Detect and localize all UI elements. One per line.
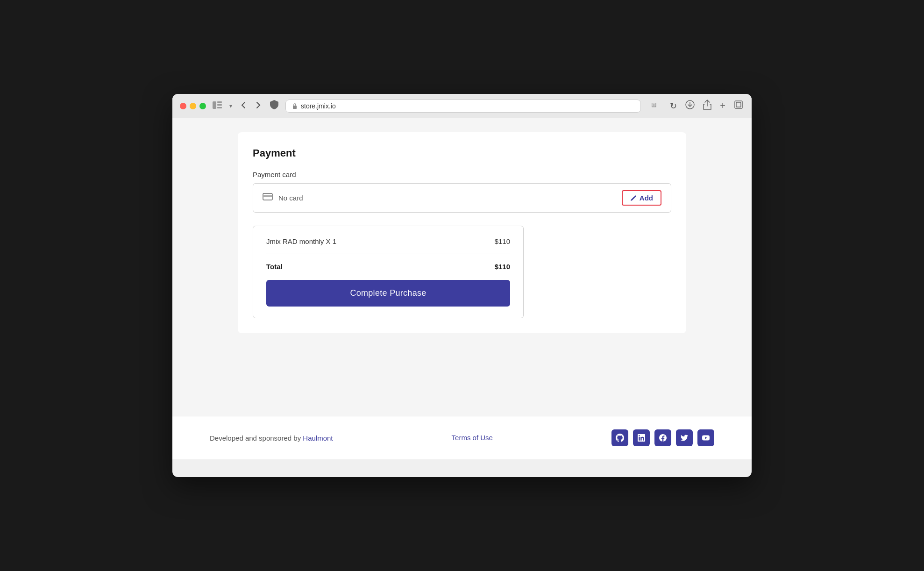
sidebar-toggle-button[interactable] <box>212 100 223 111</box>
svg-rect-1 <box>217 101 222 103</box>
order-item-row: Jmix RAD monthly X 1 $110 <box>266 237 510 254</box>
forward-icon <box>256 101 261 109</box>
sidebar-icon <box>213 101 222 109</box>
close-traffic-light[interactable] <box>180 103 186 109</box>
shield-icon <box>270 100 279 110</box>
footer-attribution: Developed and sponsored by Haulmont <box>210 434 333 442</box>
haulmont-link[interactable]: Haulmont <box>303 434 333 442</box>
forward-button[interactable] <box>254 100 263 112</box>
download-icon <box>685 100 695 109</box>
translate-icon: ⊞ <box>651 100 661 109</box>
svg-rect-4 <box>293 106 297 109</box>
back-icon <box>241 101 246 109</box>
order-item-price: $110 <box>495 237 510 245</box>
svg-text:⊞: ⊞ <box>651 101 657 108</box>
url-text: store.jmix.io <box>301 102 336 110</box>
no-card-text: No card <box>278 194 303 202</box>
add-card-button[interactable]: Add <box>622 190 661 206</box>
github-social-button[interactable] <box>611 429 628 446</box>
facebook-social-button[interactable] <box>654 429 671 446</box>
browser-window: ▾ <box>172 94 752 477</box>
terms-of-use-link[interactable]: Terms of Use <box>452 434 493 442</box>
tabs-overview-button[interactable] <box>733 99 744 113</box>
address-bar[interactable]: store.jmix.io <box>285 100 641 113</box>
footer: Developed and sponsored by Haulmont Term… <box>172 416 752 459</box>
new-tab-button[interactable]: + <box>719 100 726 112</box>
order-divider <box>266 254 510 254</box>
order-item-name: Jmix RAD monthly X 1 <box>266 237 336 245</box>
order-total-row: Total $110 <box>266 263 510 271</box>
youtube-icon <box>702 434 710 442</box>
traffic-lights <box>180 103 206 109</box>
payment-card-field: No card Add <box>253 183 671 213</box>
main-content: Payment Payment card No card <box>172 118 752 416</box>
back-button[interactable] <box>239 100 248 112</box>
edit-icon <box>630 195 637 201</box>
svg-rect-3 <box>217 107 222 108</box>
minimize-traffic-light[interactable] <box>190 103 196 109</box>
card-svg <box>263 193 273 200</box>
linkedin-icon <box>638 434 645 442</box>
footer-social <box>611 429 714 446</box>
page-content: Payment Payment card No card <box>172 118 752 459</box>
linkedin-social-button[interactable] <box>633 429 650 446</box>
share-icon <box>703 100 711 110</box>
total-price: $110 <box>495 263 510 271</box>
payment-card: Payment Payment card No card <box>238 132 686 333</box>
card-info: No card <box>263 193 303 203</box>
github-icon <box>616 434 624 442</box>
browser-top-bar: ▾ <box>180 99 744 118</box>
payment-card-label: Payment card <box>253 171 671 178</box>
browser-chrome: ▾ <box>172 94 752 118</box>
tabs-icon <box>734 100 743 109</box>
twitter-social-button[interactable] <box>676 429 693 446</box>
youtube-social-button[interactable] <box>697 429 714 446</box>
maximize-traffic-light[interactable] <box>199 103 206 109</box>
section-title: Payment <box>253 147 671 159</box>
shield-button[interactable] <box>269 99 280 113</box>
svg-rect-8 <box>736 102 741 107</box>
complete-purchase-button[interactable]: Complete Purchase <box>266 280 510 307</box>
footer-terms: Terms of Use <box>452 434 493 442</box>
browser-actions: ⊞ ↻ + <box>650 99 744 113</box>
svg-rect-0 <box>213 101 216 109</box>
credit-card-icon <box>263 193 273 203</box>
svg-rect-2 <box>217 104 222 106</box>
share-button[interactable] <box>702 99 712 113</box>
translate-button[interactable]: ⊞ <box>650 100 662 112</box>
dropdown-toggle-button[interactable]: ▾ <box>228 102 233 110</box>
add-button-label: Add <box>640 194 653 202</box>
twitter-icon <box>681 434 688 442</box>
developed-by-text: Developed and sponsored by <box>210 434 303 442</box>
reload-button[interactable]: ↻ <box>669 100 678 112</box>
svg-rect-10 <box>263 195 272 197</box>
order-summary: Jmix RAD monthly X 1 $110 Total $110 Com… <box>253 226 524 318</box>
total-label: Total <box>266 263 283 271</box>
download-button[interactable] <box>684 99 696 113</box>
facebook-icon <box>659 434 667 442</box>
lock-icon <box>291 103 298 109</box>
